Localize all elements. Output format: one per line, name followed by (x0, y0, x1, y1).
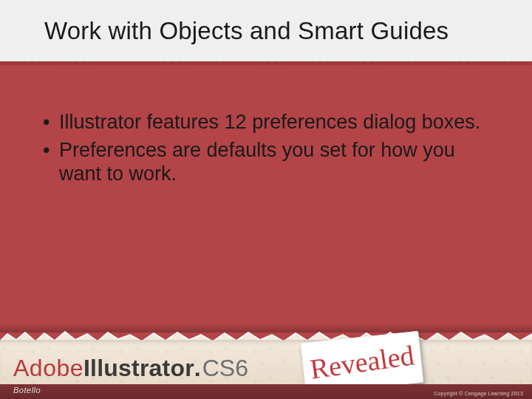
book-brand: Adobe Illustrator . CS6 (13, 355, 248, 382)
author-name: Botello (13, 386, 41, 395)
footer-body: Adobe Illustrator . CS6 Revealed Botello (0, 340, 532, 399)
brand-product: Illustrator (83, 355, 194, 382)
bullet-list: Illustrator features 12 preferences dial… (38, 111, 488, 186)
svg-rect-1 (443, 372, 446, 375)
list-item: Preferences are defaults you set for how… (38, 139, 488, 186)
publisher-icon (434, 371, 448, 384)
publisher-line2: CENGAGE Learning (452, 378, 506, 384)
brand-version: CS6 (202, 355, 248, 382)
svg-rect-2 (436, 378, 440, 382)
publisher-badge: DELMAR CENGAGE Learning (434, 370, 523, 384)
footer: Adobe Illustrator . CS6 Revealed Botello (0, 332, 532, 399)
title-band: Work with Objects and Smart Guides (0, 0, 532, 65)
list-item: Illustrator features 12 preferences dial… (38, 111, 488, 134)
copyright-text: Copyright © Cengage Learning 2013 (434, 391, 523, 396)
slide-title: Work with Objects and Smart Guides (44, 17, 449, 45)
svg-rect-0 (436, 372, 440, 375)
slide: Work with Objects and Smart Guides Illus… (0, 0, 532, 399)
svg-rect-3 (443, 378, 446, 382)
brand-prefix: Adobe (13, 355, 83, 382)
brand-dot: . (194, 355, 201, 382)
slide-body: Illustrator features 12 preferences dial… (38, 111, 488, 191)
publisher-text: DELMAR CENGAGE Learning (452, 370, 506, 384)
